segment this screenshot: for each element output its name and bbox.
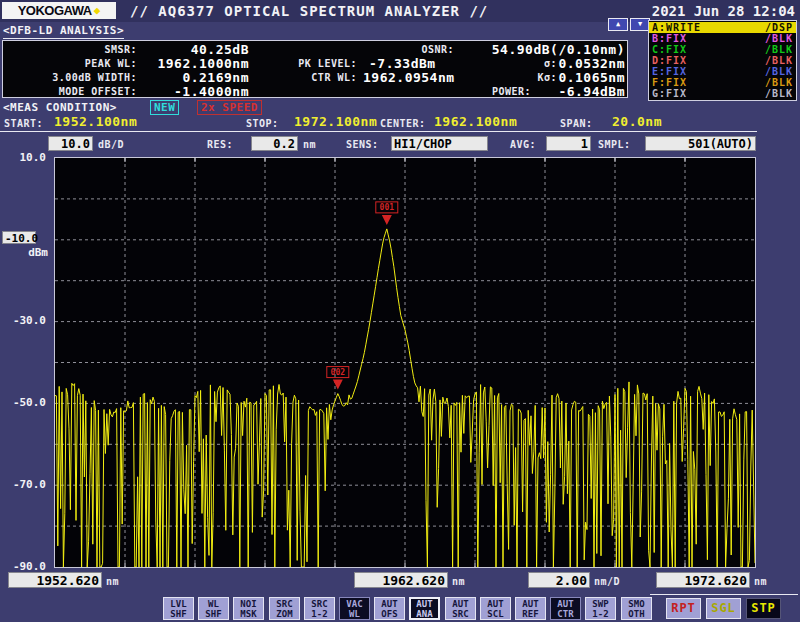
- x-center-unit: nm: [452, 576, 465, 587]
- marker-001-icon: [382, 215, 392, 225]
- marker-002-icon: [333, 380, 343, 390]
- x-scale-field: 2.00: [528, 572, 590, 588]
- title-bar: YOKOGAWA ◆ // AQ6377 OPTICAL SPECTRUM AN…: [0, 0, 800, 22]
- trace-name: C:FIX: [652, 44, 687, 55]
- softkey-src-1-2[interactable]: SRC1-2: [304, 597, 335, 620]
- softkey-aut-scl[interactable]: AUTSCL: [480, 597, 511, 620]
- new-badge: NEW: [150, 100, 179, 115]
- trace-row-C: C:FIX/BLK: [649, 44, 796, 55]
- softkey-line1: SRC: [311, 599, 327, 609]
- power-value: -6.94dBm: [558, 84, 625, 99]
- scroll-up-button[interactable]: ▲: [608, 18, 628, 31]
- softkey-line2: OTH: [628, 609, 644, 619]
- start-value: 1952.100nm: [54, 114, 137, 129]
- softkey-aut-ofs[interactable]: AUTOFS: [374, 597, 405, 620]
- sigma-label: σ:: [544, 58, 557, 69]
- smpl-label: SMPL:: [598, 139, 631, 150]
- smsr-label: SMSR:: [104, 44, 137, 55]
- ytick-m70: -70.0: [0, 478, 46, 491]
- spectrum-plot: 001002: [55, 158, 755, 567]
- softkey-lvl-shf[interactable]: LVLSHF: [163, 597, 194, 620]
- softkey-line1: AUT: [557, 599, 573, 609]
- ctr-wl-label: CTR WL:: [311, 72, 357, 83]
- softkey-aut-ana[interactable]: AUTANA: [409, 597, 440, 620]
- repeat-sweep-button[interactable]: RPT: [666, 598, 701, 619]
- trace-row-D: D:FIX/BLK: [649, 55, 796, 66]
- meas-condition-heading: <MEAS CONDITION>: [3, 101, 117, 114]
- trace-mode: /DSP: [765, 22, 793, 33]
- softkey-line2: REF: [522, 609, 538, 619]
- mode-offset-value: -1.4000nm: [174, 84, 249, 99]
- scroll-down-button[interactable]: ▼: [630, 18, 650, 31]
- sigma-value: 0.0532nm: [558, 56, 625, 71]
- ksigma-label: Kσ:: [537, 72, 557, 83]
- softkey-line2: ZOM: [276, 609, 292, 619]
- ref-level-field: -10.0: [2, 231, 36, 244]
- width-label: 3.00dB WIDTH:: [52, 72, 137, 83]
- analysis-heading: <DFB-LD ANALYSIS>: [3, 24, 124, 39]
- x-right-field: 1972.620: [656, 572, 750, 588]
- sens-field: HI1/CHOP: [391, 136, 488, 151]
- trace-name: F:FIX: [652, 77, 687, 88]
- peak-wl-label: PEAK WL:: [85, 58, 137, 69]
- level-scale-field: 10.0: [48, 136, 93, 151]
- res-unit: nm: [303, 139, 316, 150]
- meas-divider: [0, 131, 757, 132]
- softkey-smo-oth[interactable]: SMOOTH: [621, 597, 652, 620]
- softkey-line2: 1-2: [592, 609, 608, 619]
- ksigma-value: 0.1065nm: [558, 70, 625, 85]
- softkey-noi-msk[interactable]: NOIMSK: [233, 597, 264, 620]
- sens-label: SENS:: [346, 139, 379, 150]
- stop-sweep-button[interactable]: STP: [746, 598, 781, 619]
- datetime-display: 2021 Jun 28 12:04: [652, 3, 795, 19]
- marker-002-label: 002: [331, 368, 346, 377]
- x-left-unit: nm: [106, 576, 119, 587]
- softkey-wl-shf[interactable]: WLSHF: [198, 597, 229, 620]
- softkey-line1: AUT: [452, 599, 468, 609]
- softkey-line2: SCL: [487, 609, 503, 619]
- softkey-line1: AUT: [416, 599, 432, 609]
- peak-wl-value: 1962.1000nm: [157, 56, 249, 71]
- softkey-aut-src[interactable]: AUTSRC: [445, 597, 476, 620]
- softkey-vac-wl[interactable]: VACWL: [339, 597, 370, 620]
- marker-001-label: 001: [380, 203, 395, 212]
- softkey-line1: AUT: [381, 599, 397, 609]
- x-scale-unit: nm/D: [594, 576, 620, 587]
- avg-field: 1: [546, 136, 591, 151]
- trace-name: E:FIX: [652, 66, 687, 77]
- down-arrow-icon: ▼: [638, 20, 642, 28]
- softkey-line2: 1-2: [311, 609, 327, 619]
- softkey-line2: CTR: [557, 609, 573, 619]
- x-left-field: 1952.620: [8, 572, 102, 588]
- trace-mode: /BLK: [765, 66, 793, 77]
- softkey-line1: LVL: [170, 599, 186, 609]
- single-sweep-button[interactable]: SGL: [706, 598, 741, 619]
- trace-row-B: B:FIX/BLK: [649, 33, 796, 44]
- softkey-swp-1-2[interactable]: SWP1-2: [585, 597, 616, 620]
- span-value: 20.0nm: [612, 114, 662, 129]
- x-center-field: 1962.620: [354, 572, 448, 588]
- softkey-aut-ref[interactable]: AUTREF: [515, 597, 546, 620]
- softkey-line2: WL: [349, 609, 360, 619]
- x-right-unit: nm: [754, 576, 767, 587]
- ytick-m30: -30.0: [0, 314, 46, 327]
- trace-row-E: E:FIX/BLK: [649, 66, 796, 77]
- softkey-src-zom[interactable]: SRCZOM: [269, 597, 300, 620]
- power-label: POWER:: [492, 86, 531, 97]
- y-unit-label: dBm: [18, 246, 48, 259]
- trace-mode: /BLK: [765, 55, 793, 66]
- trace-mode: /BLK: [765, 77, 793, 88]
- softkey-line1: AUT: [522, 599, 538, 609]
- yokogawa-logo: YOKOGAWA ◆: [2, 2, 116, 19]
- pk-level-label: PK LEVEL:: [298, 58, 357, 69]
- softkey-line2: SHF: [205, 609, 221, 619]
- osa-screen: YOKOGAWA ◆ // AQ6377 OPTICAL SPECTRUM AN…: [0, 0, 800, 622]
- width-value: 0.2169nm: [182, 70, 249, 85]
- smsr-value: 40.25dB: [191, 42, 249, 57]
- center-value: 1962.100nm: [434, 114, 517, 129]
- ytick-10: 10.0: [0, 151, 46, 164]
- softkey-aut-ctr[interactable]: AUTCTR: [550, 597, 581, 620]
- softkey-line2: OFS: [381, 609, 397, 619]
- start-label: START:: [4, 118, 43, 129]
- logo-text: YOKOGAWA: [18, 3, 92, 18]
